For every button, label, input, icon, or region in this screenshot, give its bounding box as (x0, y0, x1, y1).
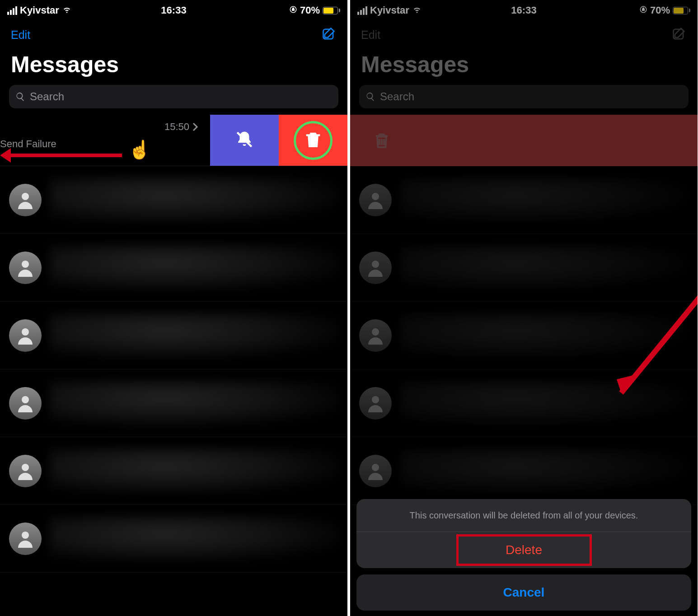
list-item[interactable] (350, 166, 698, 234)
svg-point-4 (22, 261, 29, 268)
avatar (9, 184, 42, 216)
bell-slash-icon (235, 130, 254, 151)
avatar (9, 523, 42, 555)
blurred-content (400, 245, 689, 290)
svg-point-15 (372, 464, 379, 471)
avatar (9, 387, 42, 420)
edit-button[interactable]: Edit (11, 28, 30, 42)
nav-bar: Edit (0, 21, 347, 47)
search-icon (365, 92, 375, 102)
list-item[interactable] (0, 369, 347, 437)
blurred-content (50, 448, 338, 494)
page-title: Messages (350, 47, 698, 83)
battery-percent: 70% (300, 5, 320, 16)
svg-point-6 (22, 396, 29, 403)
avatar (359, 387, 392, 420)
carrier-name: Kyivstar (370, 5, 409, 16)
action-sheet-group: This conversation will be deleted from a… (356, 499, 691, 568)
avatar (9, 455, 42, 487)
search-bar[interactable]: Search (359, 85, 689, 108)
orientation-lock-icon (289, 5, 297, 16)
list-item[interactable] (0, 302, 347, 369)
search-bar[interactable]: Search (9, 85, 338, 108)
list-item[interactable] (350, 369, 698, 437)
status-left: Kyivstar (7, 4, 72, 17)
carrier-name: Kyivstar (20, 5, 59, 16)
list-item[interactable] (0, 505, 347, 573)
search-placeholder: Search (30, 90, 64, 103)
svg-point-8 (22, 532, 29, 539)
battery-icon (323, 7, 340, 14)
status-right: 70% (289, 5, 340, 16)
battery-percent: 70% (650, 5, 670, 16)
avatar (9, 252, 42, 284)
wifi-icon (412, 4, 422, 17)
list-item[interactable] (350, 437, 698, 505)
blurred-content (400, 177, 689, 223)
status-left: Kyivstar (357, 4, 422, 17)
svg-point-12 (372, 261, 379, 268)
status-time: 16:33 (161, 5, 186, 16)
swiped-conversation-row[interactable]: 15:50 Send Failure ☝️ (0, 115, 347, 166)
svg-point-13 (372, 328, 379, 336)
list-item[interactable] (0, 166, 347, 234)
avatar (9, 319, 42, 352)
svg-point-5 (22, 328, 29, 336)
status-time: 16:33 (511, 5, 536, 16)
action-sheet-message: This conversation will be deleted from a… (356, 499, 691, 532)
blurred-content (400, 381, 689, 426)
trash-icon (304, 130, 323, 151)
compose-button[interactable] (321, 26, 337, 43)
signal-icon (357, 6, 367, 15)
svg-point-14 (372, 396, 379, 403)
orientation-lock-icon (639, 5, 647, 16)
deleting-conversation-row (350, 115, 698, 166)
svg-point-7 (22, 464, 29, 471)
blurred-content (400, 448, 689, 494)
status-bar: Kyivstar 16:33 70% (0, 0, 347, 21)
avatar (359, 184, 392, 216)
svg-point-3 (22, 193, 29, 200)
blurred-content (400, 313, 689, 358)
green-circle-highlight (294, 121, 333, 160)
phone-screenshot-left: Kyivstar 16:33 70% Edit Messages Search … (0, 0, 347, 616)
avatar (359, 319, 392, 352)
svg-point-11 (372, 193, 379, 200)
swipe-left-arrow-annotation (0, 148, 122, 162)
avatar (359, 455, 392, 487)
list-item[interactable] (0, 437, 347, 505)
send-failure-label: Send Failure (0, 138, 56, 150)
delete-button[interactable]: Delete (356, 532, 691, 568)
signal-icon (7, 6, 17, 15)
search-icon (15, 92, 25, 102)
trash-icon (373, 131, 391, 149)
delete-swipe-action[interactable] (279, 115, 347, 166)
status-right: 70% (639, 5, 690, 16)
phone-screenshot-right: Kyivstar 16:33 70% Edit Messages Search (350, 0, 698, 616)
blurred-content (50, 313, 338, 358)
list-item[interactable] (350, 302, 698, 369)
blurred-content (50, 381, 338, 426)
blurred-content (50, 177, 338, 223)
avatar (359, 252, 392, 284)
row-timestamp: 15:50 (164, 121, 198, 133)
action-sheet: This conversation will be deleted from a… (356, 499, 691, 611)
status-bar: Kyivstar 16:33 70% (350, 0, 698, 21)
nav-bar: Edit (350, 21, 698, 47)
wifi-icon (62, 4, 72, 17)
battery-icon (673, 7, 690, 14)
edit-button[interactable]: Edit (361, 28, 380, 42)
list-item[interactable] (0, 234, 347, 302)
conversation-list (0, 166, 347, 573)
list-item[interactable] (350, 234, 698, 302)
cancel-button[interactable]: Cancel (356, 574, 691, 611)
blurred-content (50, 245, 338, 290)
mute-swipe-action[interactable] (210, 115, 279, 166)
compose-button[interactable] (671, 26, 687, 43)
search-placeholder: Search (380, 90, 414, 103)
pointing-hand-icon: ☝️ (128, 139, 151, 160)
chevron-right-icon (192, 122, 198, 131)
conversation-list (350, 166, 698, 505)
swiped-row-content: 15:50 Send Failure ☝️ (0, 115, 210, 166)
page-title: Messages (0, 47, 347, 83)
